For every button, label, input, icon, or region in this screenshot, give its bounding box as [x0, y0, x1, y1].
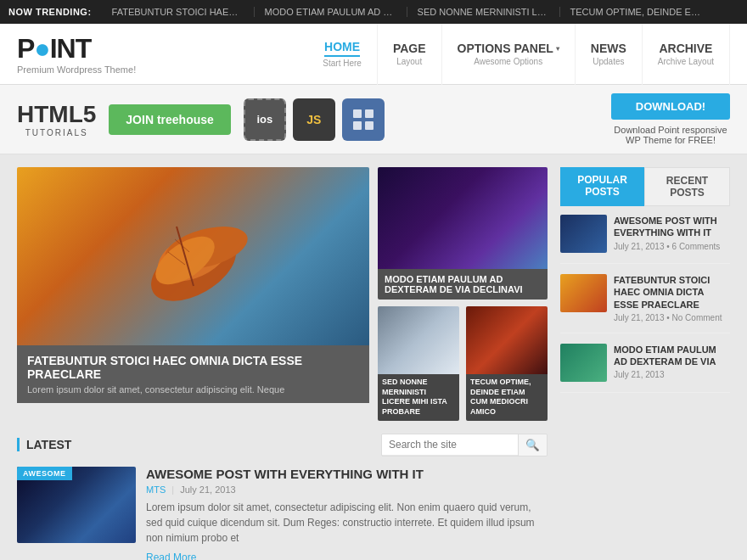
banner-icons: ios JS — [244, 98, 385, 141]
sidebar-post-meta-1: July 21, 2013 • 6 Comments — [614, 242, 730, 251]
side-featured-image — [378, 167, 548, 269]
nav-home[interactable]: HOME Start Here — [307, 24, 378, 85]
logo-dot-icon: ● — [34, 33, 49, 64]
sidebar-post-meta-2: July 21, 2013 • No Comment — [614, 313, 730, 322]
trending-items: FATEBUNTUR STOICI HAEC O... MODO ETIAM P… — [102, 7, 713, 17]
html5-text: HTML5 — [17, 101, 96, 128]
left-column: FATEBUNTUR STOICI HAEC OMNIA DICTA ESSE … — [17, 167, 548, 560]
nav-options-sub: Awesome Options — [474, 57, 542, 66]
banner-download: DOWNLOAD! Download Point responsive WP T… — [611, 93, 730, 145]
hero-main-post[interactable]: FATEBUNTUR STOICI HAEC OMNIA DICTA ESSE … — [17, 167, 369, 421]
download-button[interactable]: DOWNLOAD! — [611, 93, 730, 120]
post-author-1: MTS — [146, 484, 166, 495]
nav-news-sub: Updates — [593, 57, 624, 66]
trending-item-1[interactable]: FATEBUNTUR STOICI HAEC O... — [102, 7, 255, 17]
nav-home-sub: Start Here — [323, 59, 362, 68]
logo-tagline: Premium Wordpress Theme! — [17, 64, 136, 75]
nav-archive-sub: Archive Layout — [658, 57, 714, 66]
side-featured-post[interactable]: MODO ETIAM PAULUM AD DEXTERAM DE VIA DEC… — [378, 167, 548, 300]
trending-item-4[interactable]: TECUM OPTIME, DEINDE ETI... — [560, 7, 713, 17]
grid-icon — [342, 98, 385, 141]
latest-section-title: LATEST — [17, 438, 71, 451]
sidebar-post-image-2 — [560, 274, 607, 312]
post-item-1: AWESOME AWESOME POST WITH EVERYTHING WIT… — [17, 467, 548, 560]
header: P●INT Premium Wordpress Theme! HOME Star… — [0, 24, 747, 85]
sidebar-post-2: FATEBUNTUR STOICI HAEC OMNIA DICTA ESSE … — [560, 274, 730, 333]
trending-bar: NOW TRENDING: FATEBUNTUR STOICI HAEC O..… — [0, 0, 747, 24]
hero-excerpt: Lorem ipsum dolor sit amet, consectetur … — [27, 384, 359, 395]
tab-recent-posts[interactable]: RECENT POSTS — [644, 167, 730, 206]
sidebar-post-title-1[interactable]: AWESOME POST WITH EVERYTHING WITH IT — [614, 215, 730, 239]
nav-options-label: OPTIONS PANEL ▾ — [458, 42, 559, 55]
js-icon: JS — [293, 98, 335, 141]
dropdown-arrow-icon: ▾ — [556, 45, 559, 53]
sidebar-post-thumb-3[interactable] — [560, 344, 607, 382]
search-input[interactable] — [382, 434, 518, 455]
sidebar-post-title-2[interactable]: FATEBUNTUR STOICI HAEC OMNIA DICTA ESSE … — [614, 274, 730, 311]
ios-icon: ios — [244, 98, 286, 141]
side-small-post-2[interactable]: TECUM OPTIME, DEINDE ETIAM CUM MEDIOCRI … — [466, 306, 548, 421]
latest-header: LATEST 🔍 — [17, 434, 548, 456]
join-treehouse-button[interactable]: JOIN treehouse — [109, 104, 230, 135]
main-nav: HOME Start Here PAGE Layout OPTIONS PANE… — [307, 24, 730, 85]
side-small-image-1 — [378, 306, 459, 374]
sidebar: POPULAR POSTS RECENT POSTS AWESOME POST … — [560, 167, 730, 560]
hero-main-image — [17, 167, 369, 345]
logo-rest: INT — [50, 33, 92, 64]
sidebar-post-date-2: July 21, 2013 — [614, 313, 665, 322]
side-small-post-1[interactable]: SED NONNE MERNINISTI LICERE MIHI ISTA PR… — [378, 306, 459, 421]
svg-rect-2 — [353, 121, 362, 130]
svg-rect-1 — [365, 109, 374, 118]
sidebar-post-meta-3: July 21, 2013 — [614, 370, 730, 379]
sidebar-post-comments-1: 6 Comments — [672, 242, 721, 251]
logo: P●INT Premium Wordpress Theme! — [17, 33, 136, 75]
tab-popular-posts[interactable]: POPULAR POSTS — [560, 167, 644, 206]
read-more-1[interactable]: Read More — [146, 552, 196, 560]
side-small-title-2: TECUM OPTIME, DEINDE ETIAM CUM MEDIOCRI … — [470, 378, 543, 417]
post-excerpt-1: Lorem ipsum dolor sit amet, consectetur … — [146, 500, 548, 546]
download-text: Download Point responsive WP Theme for F… — [611, 125, 730, 145]
logo-text: P●INT — [17, 33, 136, 64]
side-featured-title: MODO ETIAM PAULUM AD DEXTERAM DE VIA DEC… — [385, 274, 541, 294]
svg-rect-3 — [365, 121, 374, 130]
nav-news-label: NEWS — [591, 42, 626, 55]
sidebar-post-date-3: July 21, 2013 — [614, 370, 665, 379]
nav-options[interactable]: OPTIONS PANEL ▾ Awesome Options — [442, 24, 576, 85]
side-small-row: SED NONNE MERNINISTI LICERE MIHI ISTA PR… — [378, 306, 548, 421]
post-sep-1: | — [171, 484, 174, 495]
sidebar-post-thumb-2[interactable] — [560, 274, 607, 312]
logo-p: P — [17, 33, 34, 64]
nav-news[interactable]: NEWS Updates — [576, 24, 643, 85]
trending-item-2[interactable]: MODO ETIAM PAULUM AD DEX... — [255, 7, 407, 17]
sidebar-post-date-1: July 21, 2013 — [614, 242, 665, 251]
sidebar-post-1: AWESOME POST WITH EVERYTHING WITH IT Jul… — [560, 215, 730, 264]
sidebar-post-3: MODO ETIAM PAULUM AD DEXTERAM DE VIA Jul… — [560, 344, 730, 393]
post-thumb-1[interactable]: AWESOME — [17, 467, 136, 543]
sidebar-post-info-1: AWESOME POST WITH EVERYTHING WITH IT Jul… — [614, 215, 730, 253]
html5-logo: HTML5 TUTORIALS — [17, 101, 96, 137]
nav-page[interactable]: PAGE Layout — [378, 24, 442, 85]
main-content: FATEBUNTUR STOICI HAEC OMNIA DICTA ESSE … — [0, 154, 747, 560]
post-date-1: July 21, 2013 — [180, 484, 235, 495]
hero-caption: FATEBUNTUR STOICI HAEC OMNIA DICTA ESSE … — [17, 345, 369, 403]
sidebar-post-comments-2: No Comment — [672, 313, 722, 322]
search-button[interactable]: 🔍 — [518, 434, 547, 456]
nav-page-label: PAGE — [393, 42, 426, 55]
banner: HTML5 TUTORIALS JOIN treehouse ios JS DO… — [0, 85, 747, 154]
side-featured-caption: MODO ETIAM PAULUM AD DEXTERAM DE VIA DEC… — [378, 269, 548, 300]
post-meta-1: MTS | July 21, 2013 — [146, 484, 548, 495]
sidebar-tabs: POPULAR POSTS RECENT POSTS — [560, 167, 730, 206]
side-small-image-2 — [466, 306, 548, 374]
svg-rect-0 — [353, 109, 362, 118]
hero-title: FATEBUNTUR STOICI HAEC OMNIA DICTA ESSE … — [27, 354, 359, 381]
sidebar-post-info-2: FATEBUNTUR STOICI HAEC OMNIA DICTA ESSE … — [614, 274, 730, 322]
nav-home-label: HOME — [324, 40, 360, 57]
post-content-1: AWESOME POST WITH EVERYTHING WITH IT MTS… — [146, 467, 548, 560]
hero-section: FATEBUNTUR STOICI HAEC OMNIA DICTA ESSE … — [17, 167, 548, 421]
search-box: 🔍 — [381, 434, 548, 456]
nav-archive[interactable]: ARCHIVE Archive Layout — [643, 24, 730, 85]
sidebar-post-thumb-1[interactable] — [560, 215, 607, 253]
post-title-1[interactable]: AWESOME POST WITH EVERYTHING WITH IT — [146, 467, 548, 481]
sidebar-post-title-3[interactable]: MODO ETIAM PAULUM AD DEXTERAM DE VIA — [614, 344, 730, 368]
trending-item-3[interactable]: SED NONNE MERNINISTI LIC... — [407, 7, 560, 17]
